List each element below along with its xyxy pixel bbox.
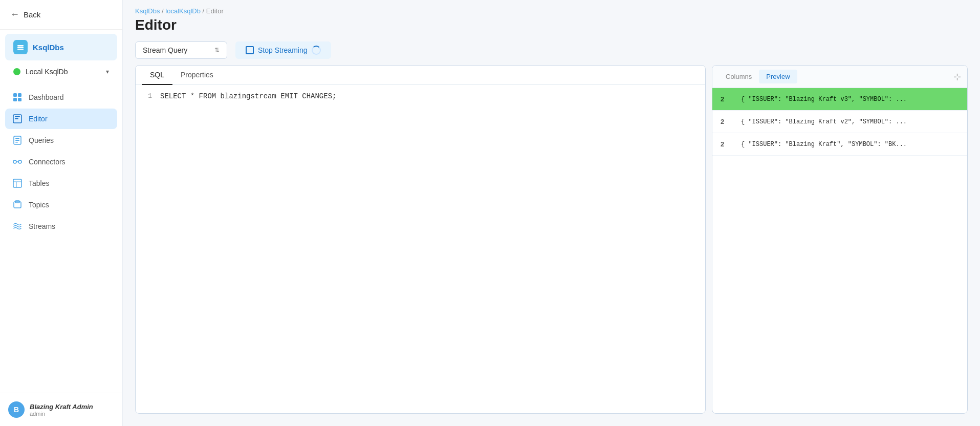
- results-header: Columns Preview ⊹: [712, 66, 967, 88]
- ksqldb-icon: [13, 40, 28, 54]
- selector-arrow-icon: ⇅: [214, 47, 220, 54]
- streams-label: Streams: [29, 222, 55, 230]
- line-number-1: 1: [136, 92, 160, 100]
- sidebar-item-dashboard[interactable]: Dashboard: [5, 87, 117, 108]
- svg-point-14: [13, 160, 16, 163]
- sidebar-item-editor[interactable]: Editor: [5, 109, 117, 129]
- svg-rect-17: [13, 179, 21, 187]
- pin-icon[interactable]: ⊹: [953, 71, 961, 82]
- result-row-data-1: { "ISSUER": "Blazing Kraft v3", "SYMBOL"…: [741, 96, 907, 103]
- tab-properties[interactable]: Properties: [172, 66, 222, 85]
- breadcrumb-local[interactable]: localKsqlDb: [165, 7, 201, 15]
- result-row-data-3: { "ISSUER": "Blazing Kraft", "SYMBOL": "…: [741, 141, 907, 148]
- sidebar-item-tables[interactable]: Tables: [5, 173, 117, 194]
- avatar: B: [8, 401, 25, 418]
- sidebar: ← Back KsqlDbs Local KsqlDb ▾: [0, 0, 123, 426]
- back-button[interactable]: ← Back: [0, 0, 122, 30]
- main-content: KsqlDbs / localKsqlDb / Editor Editor St…: [123, 0, 980, 426]
- result-row-3: 2 { "ISSUER": "Blazing Kraft", "SYMBOL":…: [712, 133, 967, 156]
- results-body: 2 { "ISSUER": "Blazing Kraft v3", "SYMBO…: [712, 88, 967, 413]
- svg-rect-0: [17, 45, 24, 47]
- tab-preview[interactable]: Preview: [759, 70, 797, 83]
- tab-sql[interactable]: SQL: [142, 66, 172, 85]
- topics-label: Topics: [29, 201, 49, 209]
- back-arrow-icon: ←: [10, 9, 19, 20]
- sidebar-nav: Dashboard Editor Queries: [0, 85, 122, 393]
- topics-icon: [12, 200, 23, 210]
- svg-rect-13: [15, 142, 18, 143]
- user-info: Blazing Kraft Admin admin: [30, 403, 93, 417]
- sidebar-item-connectors[interactable]: Connectors: [5, 152, 117, 172]
- queries-icon: [12, 135, 23, 145]
- svg-rect-4: [18, 93, 21, 97]
- code-editor[interactable]: 1 SELECT * FROM blazingstream EMIT CHANG…: [136, 85, 705, 413]
- local-instance-label: Local KsqlDb: [26, 68, 101, 76]
- svg-rect-9: [15, 118, 18, 119]
- queries-label: Queries: [29, 136, 54, 144]
- ksqldb-label: KsqlDbs: [33, 43, 64, 52]
- svg-rect-11: [15, 138, 19, 139]
- toolbar: Stream Query ⇅ Stop Streaming: [135, 41, 968, 59]
- result-row-data-2: { "ISSUER": "Blazing Kraft v2", "SYMBOL"…: [741, 118, 907, 125]
- svg-rect-6: [18, 98, 21, 101]
- tab-columns[interactable]: Columns: [718, 70, 759, 83]
- editor-label: Editor: [29, 115, 48, 123]
- page-title: Editor: [123, 15, 980, 41]
- svg-rect-1: [17, 47, 24, 49]
- result-row-num-3: 2: [721, 140, 733, 148]
- result-row-num-2: 2: [721, 118, 733, 125]
- result-row-1: 2 { "ISSUER": "Blazing Kraft v3", "SYMBO…: [712, 88, 967, 111]
- stop-streaming-button[interactable]: Stop Streaming: [235, 41, 331, 59]
- svg-rect-2: [17, 49, 24, 50]
- results-panel: Columns Preview ⊹ 2 { "ISSUER": "Blazing…: [712, 65, 968, 414]
- tables-label: Tables: [29, 179, 49, 187]
- streams-icon: [12, 221, 23, 231]
- svg-rect-12: [15, 140, 19, 141]
- back-label: Back: [24, 10, 40, 19]
- chevron-down-icon: ▾: [106, 68, 109, 75]
- dashboard-icon: [12, 92, 23, 102]
- query-type-label: Stream Query: [143, 46, 187, 54]
- line-content-1: SELECT * FROM blazingstream EMIT CHANGES…: [160, 92, 336, 100]
- user-footer: B Blazing Kraft Admin admin: [0, 393, 122, 426]
- instance-status-dot: [13, 68, 20, 75]
- editor-area: Stream Query ⇅ Stop Streaming SQL Proper…: [123, 41, 980, 426]
- svg-rect-5: [13, 98, 17, 101]
- code-line-1: 1 SELECT * FROM blazingstream EMIT CHANG…: [136, 91, 705, 101]
- connectors-label: Connectors: [29, 158, 66, 166]
- editor-icon: [12, 114, 23, 124]
- svg-rect-8: [15, 116, 20, 117]
- stop-streaming-label: Stop Streaming: [258, 46, 308, 54]
- breadcrumb: KsqlDbs / localKsqlDb / Editor: [123, 0, 980, 15]
- user-role: admin: [30, 411, 93, 417]
- tables-icon: [12, 178, 23, 188]
- sidebar-item-streams[interactable]: Streams: [5, 216, 117, 237]
- sidebar-item-queries[interactable]: Queries: [5, 130, 117, 151]
- svg-point-15: [18, 160, 21, 163]
- result-row-2: 2 { "ISSUER": "Blazing Kraft v2", "SYMBO…: [712, 111, 967, 133]
- svg-rect-3: [13, 93, 17, 97]
- result-row-num-1: 2: [721, 95, 733, 103]
- sidebar-item-topics[interactable]: Topics: [5, 195, 117, 215]
- editor-main: SQL Properties 1 SELECT * FROM blazingst…: [135, 65, 968, 414]
- breadcrumb-current: Editor: [206, 7, 224, 15]
- local-instance[interactable]: Local KsqlDb ▾: [5, 62, 117, 81]
- user-name: Blazing Kraft Admin: [30, 403, 93, 411]
- query-type-selector[interactable]: Stream Query ⇅: [135, 41, 227, 59]
- connectors-icon: [12, 157, 23, 167]
- dashboard-label: Dashboard: [29, 93, 64, 101]
- sql-panel: SQL Properties 1 SELECT * FROM blazingst…: [135, 65, 706, 414]
- stop-icon: [246, 46, 254, 54]
- ksqldb-item[interactable]: KsqlDbs: [5, 34, 117, 60]
- editor-tabs: SQL Properties: [136, 66, 705, 85]
- breadcrumb-ksqldbs[interactable]: KsqlDbs: [135, 7, 160, 15]
- loading-spinner: [312, 46, 321, 55]
